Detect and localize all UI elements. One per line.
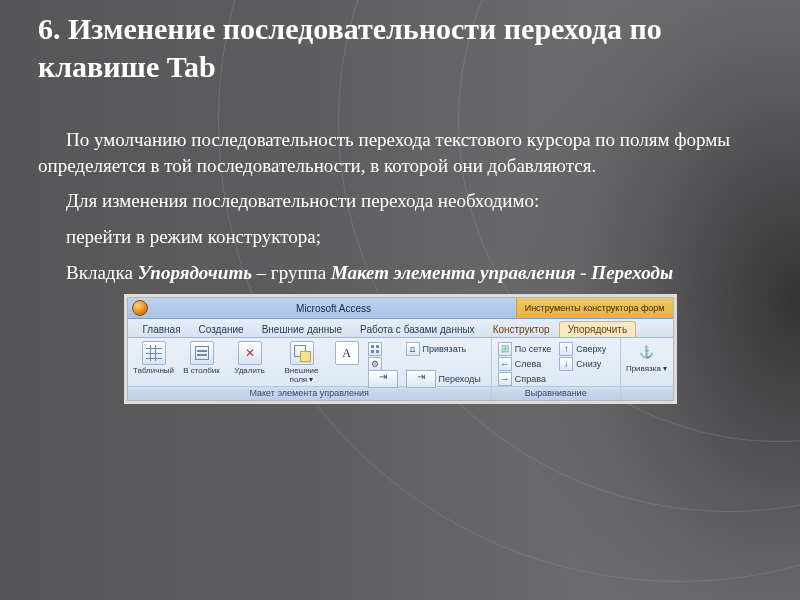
slide-title: 6. Изменение последовательности перехода…	[38, 10, 762, 85]
btn-vneshnie-polya-label: Внешние поля ▾	[276, 367, 328, 384]
tab-uporyadochit[interactable]: Упорядочить	[559, 321, 637, 337]
btn-sverhu-label: Сверху	[576, 344, 606, 354]
btn-sverhu[interactable]: Сверху	[557, 342, 608, 356]
paragraph-3-text: перейти в режим конструктора;	[66, 226, 321, 247]
btn-perekhody[interactable]: Переходы	[404, 372, 483, 386]
btn-privyazat-label: Привязать	[423, 344, 467, 354]
group-vyrav-content: По сетке Слева Справа Сверху Снизу	[492, 338, 620, 386]
btn-udalit-label: Удалить	[234, 367, 265, 375]
to-grid-icon	[498, 342, 512, 356]
p4-bold-1: Упорядочить	[138, 262, 252, 283]
paragraph-3: перейти в режим конструктора;	[38, 224, 762, 250]
tab-vneshnie-dannye[interactable]: Внешние данные	[253, 321, 351, 337]
tab-konstruktor[interactable]: Конструктор	[484, 321, 559, 337]
group-maket-content: Табличный В столбик Удалить	[128, 338, 491, 386]
grid-icon	[368, 342, 382, 356]
gear-icon	[368, 357, 382, 371]
tab-sozdanie[interactable]: Создание	[190, 321, 253, 337]
btn-textbox[interactable]	[332, 341, 362, 367]
p4-mid: – группа	[252, 262, 331, 283]
screenshot-wrap: Microsoft Access Инструменты конструктор…	[38, 297, 762, 401]
maket-small-col-2: Привязать — Переходы	[404, 341, 483, 386]
p4-bold-2: Макет элемента управления - Переходы	[331, 262, 673, 283]
btn-perekhody-label: Переходы	[439, 374, 481, 384]
remove-layout-icon	[238, 341, 262, 365]
btn-snizu[interactable]: Снизу	[557, 357, 608, 371]
btn-snizu-label: Снизу	[576, 359, 601, 369]
paragraph-1: По умолчанию последовательность перехода…	[38, 127, 762, 178]
office-button-icon	[132, 300, 148, 316]
maket-small-col-1	[366, 341, 400, 386]
ribbon-body: Табличный В столбик Удалить	[128, 338, 673, 400]
group-maket: Табличный В столбик Удалить	[128, 338, 492, 400]
align-col-2: Сверху Снизу	[557, 341, 608, 371]
btn-small-gear[interactable]	[366, 357, 400, 371]
btn-vneshnie-polya[interactable]: Внешние поля ▾	[276, 341, 328, 384]
textbox-icon	[335, 341, 359, 365]
tab-rabota-s-bazami[interactable]: Работа с базами данных	[351, 321, 484, 337]
slide: 6. Изменение последовательности перехода…	[0, 0, 800, 600]
btn-privyazka-label: Привязка ▾	[626, 365, 667, 373]
btn-privyazat[interactable]: Привязать	[404, 342, 483, 356]
group-vyrav-label: Выравнивание	[492, 386, 620, 400]
table-layout-icon	[142, 341, 166, 365]
paragraph-1-text: По умолчанию последовательность перехода…	[38, 129, 730, 176]
btn-small-grid[interactable]	[366, 342, 400, 356]
paragraph-2-text: Для изменения последовательности переход…	[66, 190, 539, 211]
app-title: Microsoft Access	[152, 298, 516, 318]
window-titlebar: Microsoft Access Инструменты конструктор…	[128, 298, 673, 319]
tab-order-small-icon	[368, 370, 398, 388]
paragraph-4: Вкладка Упорядочить – группа Макет элеме…	[38, 260, 762, 286]
btn-tablichny-label: Табличный	[133, 367, 174, 375]
anchoring-icon	[636, 341, 658, 363]
group-privyazka-content: Привязка ▾	[621, 338, 673, 386]
group-maket-label: Макет элемента управления	[128, 386, 491, 400]
stacked-layout-icon	[190, 341, 214, 365]
group-vyravnivanie: По сетке Слева Справа Сверху Снизу Вырав…	[492, 338, 621, 400]
align-left-icon	[498, 357, 512, 371]
align-bottom-icon	[559, 357, 573, 371]
control-margins-icon	[290, 341, 314, 365]
btn-po-setke[interactable]: По сетке	[496, 342, 553, 356]
btn-tablichny[interactable]: Табличный	[132, 341, 176, 375]
btn-sprava-label: Справа	[515, 374, 546, 384]
tab-glavnaya[interactable]: Главная	[134, 321, 190, 337]
group-privyazka-partial: Привязка ▾	[621, 338, 673, 400]
tab-order-icon	[406, 370, 436, 388]
btn-po-setke-label: По сетке	[515, 344, 551, 354]
btn-v-stolbik-label: В столбик	[183, 367, 220, 375]
btn-small-tab[interactable]	[366, 372, 400, 386]
ribbon-tabs: Главная Создание Внешние данные Работа с…	[128, 319, 673, 338]
btn-sleva[interactable]: Слева	[496, 357, 553, 371]
align-right-icon	[498, 372, 512, 386]
contextual-tab-header: Инструменты конструктора форм	[516, 298, 673, 318]
anchor-small-icon	[406, 342, 420, 356]
btn-sprava[interactable]: Справа	[496, 372, 553, 386]
paragraph-2: Для изменения последовательности переход…	[38, 188, 762, 214]
align-col-1: По сетке Слева Справа	[496, 341, 553, 386]
slide-content: 6. Изменение последовательности перехода…	[38, 10, 762, 401]
btn-sleva-label: Слева	[515, 359, 541, 369]
access-ribbon: Microsoft Access Инструменты конструктор…	[127, 297, 674, 401]
btn-udalit[interactable]: Удалить	[228, 341, 272, 375]
p4-pre: Вкладка	[66, 262, 138, 283]
align-top-icon	[559, 342, 573, 356]
btn-v-stolbik[interactable]: В столбик	[180, 341, 224, 375]
btn-privyazka[interactable]: Привязка ▾	[625, 341, 669, 373]
group-privyazka-label	[621, 386, 673, 400]
office-orb[interactable]	[128, 298, 152, 318]
